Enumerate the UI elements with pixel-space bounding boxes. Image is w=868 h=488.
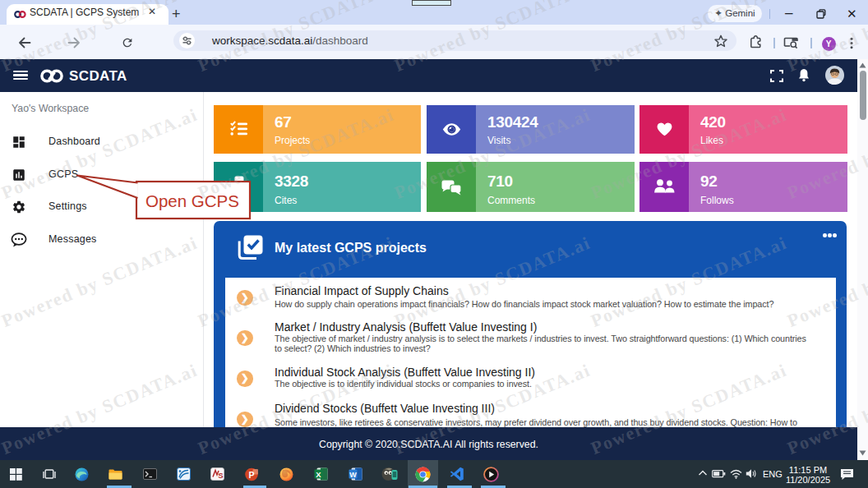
- svg-text:S: S: [218, 471, 223, 480]
- svg-text:W: W: [349, 471, 357, 479]
- svg-text:X: X: [316, 470, 321, 479]
- svg-text:Open GCPS: Open GCPS: [145, 191, 239, 210]
- svg-text:P: P: [248, 470, 254, 480]
